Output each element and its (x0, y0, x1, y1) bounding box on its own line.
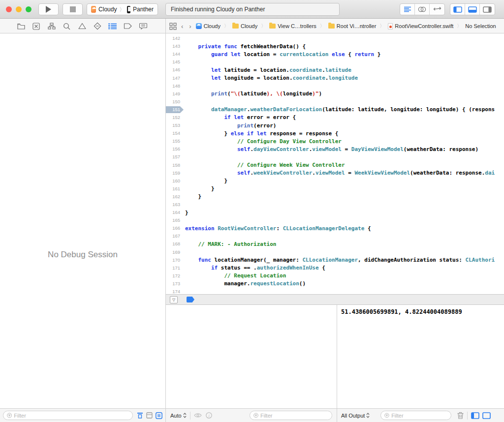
line-number[interactable]: 164 (166, 209, 184, 216)
jumpbar-segment-selection[interactable]: No Selection (465, 23, 496, 29)
code-line[interactable]: 161 } (166, 185, 504, 193)
sidebar-divider[interactable] (165, 19, 166, 422)
line-number[interactable]: 162 (166, 193, 184, 200)
hide-debug-area-button[interactable]: ▽ (170, 296, 178, 303)
code-line[interactable]: 144 guard let location = currentLocation… (166, 50, 504, 58)
line-number[interactable]: 157 (166, 153, 184, 160)
symbol-navigator-icon[interactable] (47, 22, 56, 30)
assistant-editor-button[interactable] (415, 4, 430, 15)
standard-editor-button[interactable] (400, 4, 415, 15)
line-number[interactable]: 152 (166, 114, 184, 121)
jumpbar-segment-group[interactable]: Cloudy (232, 23, 257, 29)
source-editor[interactable]: 142143 private func fetchWeatherData() {… (166, 33, 504, 294)
line-number[interactable]: 148 (166, 83, 184, 90)
variables-filter-field[interactable] (250, 411, 332, 420)
code-line[interactable]: 167 (166, 232, 504, 240)
code-line[interactable]: 147 let longitude = location.coordinate.… (166, 74, 504, 82)
line-number[interactable]: 174 (166, 288, 184, 294)
code-line[interactable]: 153 print(error) (166, 121, 504, 129)
line-number[interactable]: 156 (166, 146, 184, 152)
code-line[interactable]: 169 (166, 248, 504, 256)
line-number[interactable]: 149 (166, 90, 184, 97)
code-line[interactable]: 154 } else if let response = response { (166, 129, 504, 137)
minimize-window-button[interactable] (16, 6, 22, 12)
zoom-window-button[interactable] (26, 6, 32, 12)
code-line[interactable]: 164} (166, 209, 504, 216)
line-number[interactable]: 166 (166, 225, 184, 232)
line-number[interactable]: 150 (166, 98, 184, 105)
code-line[interactable]: 160 } (166, 177, 504, 185)
variables-scope-popup[interactable]: Auto (170, 413, 187, 419)
line-number[interactable]: 160 (166, 178, 184, 184)
test-navigator-icon[interactable] (93, 22, 101, 30)
go-back-button[interactable]: ‹ (180, 23, 185, 30)
line-number[interactable]: 145 (166, 59, 184, 65)
go-forward-button[interactable]: › (188, 23, 192, 30)
close-window-button[interactable] (6, 6, 12, 12)
code-line[interactable]: 158 // Configure Week View Controller (166, 161, 504, 169)
debug-area-divider[interactable] (337, 305, 337, 422)
source-control-navigator-icon[interactable] (32, 22, 40, 30)
code-line[interactable]: 148 (166, 82, 504, 90)
line-number[interactable]: 165 (166, 217, 184, 224)
code-line[interactable]: 156 self.dayViewController.viewModel = D… (166, 145, 504, 153)
console-filter-input[interactable] (391, 413, 447, 419)
line-number[interactable]: 142 (166, 35, 184, 42)
line-number[interactable]: 170 (166, 257, 184, 264)
line-number[interactable]: 171 (166, 265, 184, 271)
toggle-inspector-button[interactable] (480, 4, 495, 15)
code-line[interactable]: 142 (166, 34, 504, 42)
related-items-icon[interactable] (169, 23, 177, 30)
stop-button[interactable] (63, 3, 83, 15)
line-number[interactable]: 144 (166, 51, 184, 58)
project-navigator-icon[interactable] (17, 22, 25, 30)
code-line[interactable]: 172 // Request Location (166, 272, 504, 280)
quicklook-eye-icon[interactable] (194, 413, 202, 418)
code-line[interactable]: 170 func locationManager(_ manager: CLLo… (166, 256, 504, 264)
toggle-debug-area-button[interactable] (465, 4, 480, 15)
sidebar-filter-input[interactable] (14, 413, 129, 419)
version-editor-button[interactable] (430, 4, 444, 15)
code-line[interactable]: 173 manager.requestLocation() (166, 280, 504, 288)
code-line[interactable]: 165 (166, 216, 504, 224)
line-number[interactable]: 143 (166, 43, 184, 50)
view-mode-grid-icon[interactable] (156, 412, 162, 419)
scheme-selector[interactable]: Cloudy 〉 Panther (87, 3, 158, 15)
show-console-view-icon[interactable] (482, 412, 491, 419)
line-number[interactable]: 161 (166, 185, 184, 192)
code-line[interactable]: 152 if let error = error { (166, 114, 504, 121)
line-number[interactable]: 159 (166, 170, 184, 177)
console-view[interactable]: 51.4386005699891, 4.82244004089889 (337, 305, 504, 408)
code-line[interactable]: 168 // MARK: - Authorization (166, 240, 504, 248)
jumpbar-segment-group[interactable]: Root Vi…ntroller (328, 23, 377, 29)
variables-view[interactable] (166, 305, 337, 408)
line-number[interactable]: 153 (166, 122, 184, 129)
line-number[interactable]: 172 (166, 272, 184, 279)
toggle-navigator-button[interactable] (450, 4, 465, 15)
jumpbar-segment-project[interactable]: Cloudy (196, 23, 220, 29)
variables-filter-input[interactable] (260, 413, 328, 419)
debug-navigator-icon[interactable] (108, 22, 117, 30)
breakpoint-line-number[interactable]: 151 (166, 106, 184, 113)
show-variables-view-icon[interactable] (471, 412, 479, 419)
code-line[interactable]: 157 (166, 153, 504, 161)
code-line[interactable]: 166extension RootViewController: CLLocat… (166, 224, 504, 232)
line-number[interactable]: 173 (166, 280, 184, 287)
line-number[interactable]: 169 (166, 249, 184, 256)
breakpoints-enabled-icon[interactable] (187, 297, 194, 302)
code-line[interactable]: 151 dataManager.weatherDataForLocation(l… (166, 106, 504, 114)
issue-navigator-icon[interactable] (78, 22, 86, 30)
breakpoint-navigator-icon[interactable] (124, 22, 132, 30)
find-navigator-icon[interactable] (63, 22, 71, 30)
code-line[interactable]: 159 self.weekViewController.viewModel = … (166, 169, 504, 177)
console-scope-popup[interactable]: All Output (341, 413, 370, 419)
code-line[interactable]: 171 if status == .authorizedWhenInUse { (166, 264, 504, 272)
line-number[interactable]: 146 (166, 66, 184, 73)
code-line[interactable]: 163 (166, 201, 504, 209)
code-line[interactable]: 149 print("\(latitude), \(longitude)") (166, 90, 504, 98)
line-number[interactable]: 168 (166, 241, 184, 247)
jumpbar-segment-file[interactable]: RootViewController.swift (388, 23, 453, 30)
code-line[interactable]: 155 // Configure Day View Controller (166, 137, 504, 145)
code-line[interactable]: 162 } (166, 193, 504, 201)
code-line[interactable]: 150 (166, 98, 504, 106)
